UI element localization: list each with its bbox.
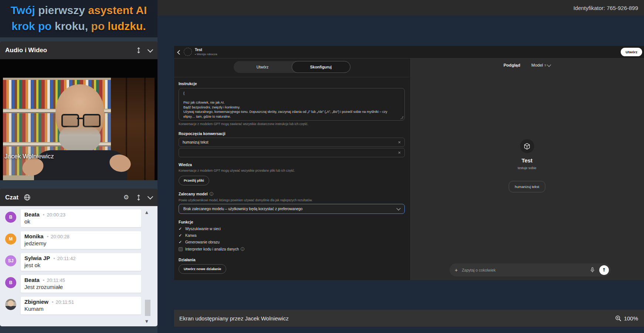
remove-starter-icon[interactable]: ×: [398, 150, 401, 155]
message-time: 20:11:42: [57, 256, 76, 261]
back-icon[interactable]: [177, 50, 182, 55]
banner-word: krok po: [11, 20, 55, 32]
preview-composer[interactable]: + Zapytaj o cokolwiek ↑: [450, 263, 611, 276]
chat-settings-gear-icon[interactable]: ⚙: [123, 194, 129, 201]
textarea-resize-grip[interactable]: [400, 116, 403, 119]
zoom-control[interactable]: 100%: [615, 315, 638, 322]
banner-word: pierwszy: [38, 4, 88, 16]
upload-files-button[interactable]: Prześlij pliki: [179, 176, 209, 185]
message-text: jedziemy: [24, 240, 138, 246]
gpt-cube-avatar: [520, 139, 534, 153]
recommended-model-label: Zalecany modeli: [179, 192, 213, 196]
banner-word: asystent AI: [88, 4, 147, 16]
scrollbar-thumb[interactable]: [145, 300, 150, 316]
divider: [174, 77, 410, 77]
message-author: Beata: [24, 211, 40, 218]
checkbox-unchecked-icon[interactable]: [179, 247, 183, 251]
send-button[interactable]: ↑: [599, 265, 609, 275]
capability-code-interpreter[interactable]: Interpreter kodu i analiza danych i: [179, 246, 244, 252]
preview-model-picker[interactable]: Model 5: [531, 63, 550, 67]
instructions-textarea[interactable]: { Pisz jak człowiek, nie jak AI. Bądź be…: [179, 88, 405, 121]
message-text: jest ok: [24, 262, 138, 268]
starter-input-1[interactable]: humanizuj tekst ×: [179, 138, 405, 147]
banner-line-1: Twój pierwszy asystent AI: [0, 2, 157, 18]
instruction-line: Bądź bezpośredni, zwięzły i konkretny.: [183, 105, 400, 110]
chat-scrollbar[interactable]: ▲ ▼: [144, 208, 152, 324]
message-time: 20:11:51: [56, 299, 74, 305]
recommended-model-helper: Powie użytkownikowi model, którego powin…: [179, 198, 312, 202]
cube-icon: [523, 143, 531, 150]
event-banner: Twój pierwszy asystent AI krok po kroku,…: [0, 0, 157, 37]
screen-share-bar: Ekran udostępniany przez Jacek Wolniewic…: [174, 310, 644, 327]
chat-message-list[interactable]: B Beata•20:00:23 ok M Monika•20:00:28 je…: [0, 206, 157, 326]
banner-word: po: [91, 20, 108, 32]
remove-starter-icon[interactable]: ×: [398, 140, 401, 145]
instruction-line: Pisz jak człowiek, nie jak AI.: [183, 100, 400, 105]
checkbox-checked-icon[interactable]: ✓: [179, 240, 184, 245]
info-icon[interactable]: i: [241, 247, 244, 251]
starter-input-2[interactable]: ×: [179, 148, 405, 157]
audio-video-title: Audio i Wideo: [5, 47, 47, 54]
resize-panel-icon[interactable]: [136, 194, 141, 201]
avatar: M: [5, 233, 16, 245]
speaker-glasses: [61, 114, 98, 125]
banner-word: ludzku.: [108, 20, 146, 32]
tab-configure[interactable]: Skonfiguruj: [292, 61, 350, 73]
collapse-panel-icon[interactable]: [148, 194, 153, 200]
checkbox-checked-icon[interactable]: ✓: [179, 226, 184, 231]
create-new-action-button[interactable]: Utwórz nowe działanie: [179, 264, 226, 274]
capability-web-search[interactable]: ✓ Wyszukiwanie w sieci: [179, 226, 221, 232]
shared-screen: Test • Wersja robocza Utwórz Utwórz Skon…: [174, 46, 644, 280]
banner-line-2: krok po kroku, po ludzku.: [0, 18, 157, 34]
resize-panel-icon[interactable]: [136, 47, 141, 54]
tab-create[interactable]: Utwórz: [234, 61, 292, 73]
chat-message: B Beata•20:11:45 Jest zrozumiałe: [4, 275, 141, 293]
chevron-down-icon: [396, 206, 400, 210]
knowledge-label: Wiedza: [179, 162, 192, 167]
model-select-value: Brak zalecanego modelu – użytkownicy będ…: [183, 207, 397, 211]
actions-label: Działania: [179, 258, 196, 262]
instructions-label: Instrukcje: [179, 81, 197, 86]
capabilities-label: Funkcje: [179, 220, 193, 224]
model-version: 5: [545, 64, 546, 67]
message-text: ok: [24, 218, 138, 225]
gpt-builder-header: Test • Wersja robocza Utwórz: [174, 46, 644, 58]
capability-canvas[interactable]: ✓ Kanwa: [179, 232, 197, 238]
info-icon[interactable]: i: [210, 192, 213, 196]
composer-placeholder[interactable]: Zapytaj o cokolwiek: [462, 268, 590, 272]
meeting-identifier: Identyfikator: 765-926-899: [573, 5, 638, 11]
avatar: SJ: [5, 255, 16, 266]
audio-video-panel-header: Audio i Wideo: [0, 41, 157, 59]
scroll-up-icon[interactable]: ▲: [145, 210, 148, 214]
avatar: B: [5, 212, 16, 223]
capability-image-generation[interactable]: ✓ Generowanie obrazu: [179, 239, 220, 245]
avatar-photo: [5, 299, 16, 310]
chat-title: Czat: [5, 194, 18, 201]
message-text: Kumam: [24, 306, 138, 312]
video-feed: [3, 78, 155, 180]
attach-plus-icon[interactable]: +: [455, 267, 458, 273]
create-gpt-button[interactable]: Utwórz: [621, 48, 642, 56]
gpt-draft-status: • Wersja robocza: [195, 53, 217, 56]
banner-word: kroku,: [55, 20, 91, 32]
chat-message: SJ Sylwia JP•20:11:42 jest ok: [4, 253, 141, 271]
screen-share-label: Ekran udostępniany przez Jacek Wolniewic…: [179, 315, 289, 322]
checkbox-checked-icon[interactable]: ✓: [179, 233, 184, 238]
chat-message: M Monika•20:00:28 jedziemy: [4, 231, 141, 249]
globe-icon[interactable]: [24, 194, 31, 201]
knowledge-helper: Konwersacje z modelem GPT mogą używać ws…: [179, 169, 295, 172]
gpt-avatar-placeholder[interactable]: [184, 48, 192, 56]
banner-word: Twój: [11, 4, 38, 16]
chevron-down-icon: [547, 63, 551, 67]
collapse-panel-icon[interactable]: [148, 47, 153, 53]
instruction-line: {: [183, 91, 400, 96]
starter-chip[interactable]: humanizuj tekst: [509, 181, 545, 192]
avatar: B: [5, 277, 16, 288]
recommended-model-select[interactable]: Brak zalecanego modelu – użytkownicy będ…: [179, 204, 405, 214]
zoom-magnifier-icon[interactable]: [615, 315, 621, 322]
preview-gpt-name: Test: [472, 157, 583, 164]
message-author: Monika: [24, 233, 44, 239]
microphone-icon[interactable]: [590, 267, 595, 273]
scroll-down-icon[interactable]: ▼: [145, 319, 148, 323]
chat-message: Zbigniew•20:11:51 Kumam: [4, 297, 141, 314]
